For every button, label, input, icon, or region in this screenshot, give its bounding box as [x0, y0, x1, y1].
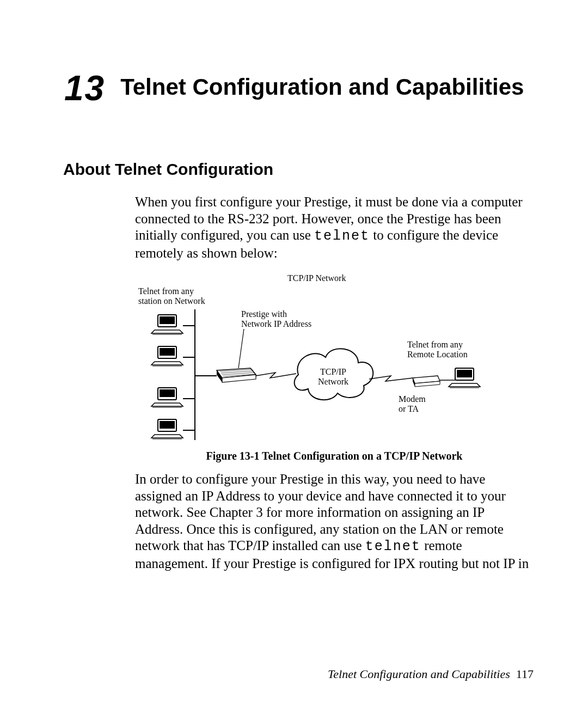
- page: 13 Telnet Configuration and Capabilities…: [0, 0, 588, 714]
- page-number: 117: [516, 667, 534, 681]
- workstation-icon: [151, 419, 183, 439]
- link-right-icon: [369, 376, 413, 381]
- footer-text: Telnet Configuration and Capabilities: [328, 667, 510, 681]
- intro-paragraph: When you first configure your Prestige, …: [60, 194, 534, 261]
- diagram-right-label-2: Remote Location: [407, 350, 468, 359]
- diagram-modem-label-1: Modem: [399, 394, 426, 404]
- chapter-number: 13: [64, 71, 105, 106]
- chapter-title: Telnet Configuration and Capabilities: [120, 73, 524, 102]
- prestige-device-icon: [217, 368, 256, 382]
- remote-workstation-icon: [449, 368, 480, 388]
- figure-caption: Figure 13-1 Telnet Configuration on a TC…: [60, 450, 534, 462]
- svg-rect-1: [160, 316, 175, 324]
- workstation-icon: [151, 388, 183, 407]
- link-left-icon: [256, 373, 296, 378]
- diagram-right-label-1: Telnet from any: [407, 340, 463, 350]
- second-paragraph: In order to configure your Prestige in t…: [60, 471, 534, 572]
- figure-diagram: TCP/IP Network Telnet from any station o…: [60, 271, 534, 446]
- workstation-icon: [151, 315, 183, 334]
- svg-rect-17: [457, 370, 472, 377]
- svg-rect-4: [160, 348, 175, 356]
- network-diagram-svg: TCP/IP Network Telnet from any station o…: [135, 271, 483, 446]
- svg-rect-7: [160, 389, 175, 397]
- telnet-command-2: telnet: [365, 539, 421, 554]
- telnet-command-1: telnet: [314, 228, 370, 244]
- svg-rect-10: [160, 421, 175, 429]
- diagram-prestige-label-1: Prestige with: [241, 309, 287, 319]
- chapter-heading: 13 Telnet Configuration and Capabilities: [60, 71, 534, 106]
- diagram-cloud-label-1: TCP/IP: [320, 367, 346, 376]
- diagram-left-label-2: station on Network: [138, 296, 205, 306]
- workstation-icon: [151, 346, 183, 366]
- diagram-left-label-1: Telnet from any: [138, 286, 194, 296]
- diagram-prestige-label-2: Network IP Address: [241, 319, 311, 328]
- diagram-cloud-label-2: Network: [318, 377, 348, 386]
- diagram-top-label: TCP/IP Network: [287, 273, 346, 283]
- section-heading: About Telnet Configuration: [60, 160, 534, 179]
- page-footer: Telnet Configuration and Capabilities 11…: [328, 667, 534, 681]
- modem-icon: [413, 376, 440, 387]
- diagram-modem-label-2: or TA: [399, 404, 419, 413]
- prestige-pointer: [238, 329, 244, 368]
